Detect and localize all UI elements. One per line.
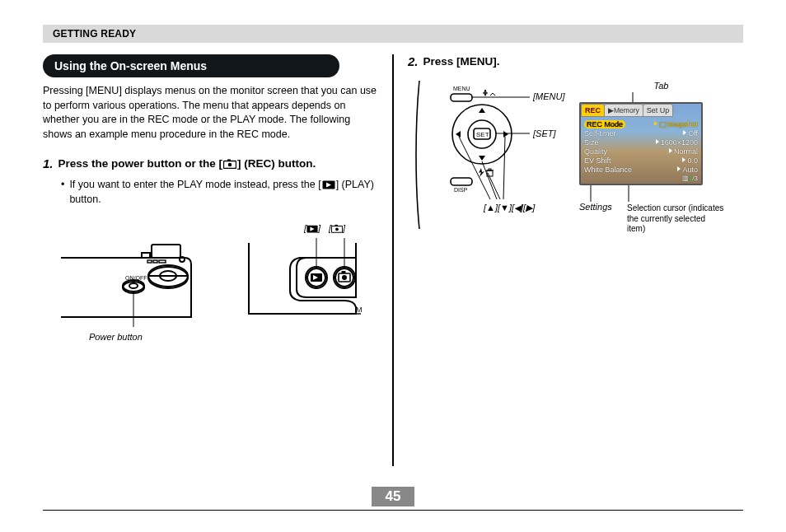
tab-annotation: Tab (579, 81, 743, 91)
svg-point-2 (228, 163, 232, 167)
left-column: Using the On-screen Menus Pressing [MENU… (43, 54, 393, 474)
step-1-number: 1. (43, 156, 54, 171)
svg-marker-45 (479, 108, 485, 113)
svg-point-9 (335, 228, 339, 231)
menu-val: Off (683, 129, 698, 138)
screen-block: Tab REC ▶Memory Set Up REC Mode ▢Snapsho… (579, 81, 743, 235)
tab-setup: Set Up (643, 104, 674, 117)
step-2-text: Press [MENU]. (423, 54, 500, 69)
svg-marker-47 (456, 131, 461, 138)
page-number: 45 (372, 487, 414, 506)
camera-screen: REC ▶Memory Set Up REC Mode ▢Snapshot Se… (579, 102, 703, 185)
column-divider (392, 54, 394, 466)
svg-rect-11 (142, 253, 150, 258)
camera-icon (223, 159, 236, 169)
intro-text: Pressing [MENU] displays menus on the mo… (43, 84, 378, 142)
svg-line-57 (488, 173, 500, 199)
menu-row-selftimer: Self-timer Off (583, 128, 699, 138)
columns: Using the On-screen Menus Pressing [MENU… (43, 54, 743, 474)
menu-key: EV Shift (584, 156, 611, 165)
menu-val: 0.0 (682, 156, 698, 165)
step-1-text-post: ] (REC) button. (237, 157, 316, 170)
svg-rect-1 (227, 160, 231, 162)
menu-row-size: Size 1600×1200 (583, 138, 699, 147)
step-1-text-pre: Press the power button or the [ (58, 157, 223, 170)
svg-rect-51 (489, 169, 491, 170)
step-2-number: 2. (408, 54, 419, 69)
camera-diagram: ON/OFF (61, 235, 366, 332)
bullet-dot: • (61, 178, 64, 207)
menu-key: REC Mode (584, 120, 625, 128)
menu-val: ▢Snapshot (654, 120, 698, 128)
svg-rect-52 (451, 178, 472, 185)
svg-text:MENU: MENU (453, 86, 470, 91)
footer-rule (43, 510, 743, 511)
svg-rect-38 (451, 94, 472, 101)
menu-val: Normal (669, 147, 698, 156)
step-1-bullet-text: If you want to enter the PLAY mode inste… (69, 178, 378, 207)
dpad-figure: MENU SET (408, 81, 573, 229)
header-title: GETTING READY (53, 28, 733, 40)
menu-key: Self-timer (584, 129, 616, 138)
menu-row-quality: Quality Normal (583, 147, 699, 156)
svg-rect-8 (335, 225, 338, 226)
step-1-text: Press the power button or the [] (REC) b… (58, 156, 316, 171)
svg-marker-46 (479, 156, 485, 161)
camera-figure: [] [] (61, 220, 378, 342)
right-column: 2. Press [MENU]. MENU (393, 54, 743, 474)
section-header: GETTING READY (43, 25, 743, 43)
svg-point-19 (180, 257, 185, 262)
menu-key: White Balance (584, 166, 632, 174)
section-title: Using the On-screen Menus (43, 54, 339, 77)
step-1-bullet: • If you want to enter the PLAY mode ins… (61, 178, 378, 207)
svg-rect-10 (152, 245, 180, 258)
camera-icon-label: [] (329, 223, 345, 233)
play-icon-label: [] (304, 223, 320, 233)
step-1: 1. Press the power button or the [] (REC… (43, 156, 378, 171)
menu-row-evshift: EV Shift 0.0 (583, 156, 699, 165)
power-button-label: Power button (89, 332, 378, 342)
svg-line-56 (482, 161, 497, 199)
svg-marker-48 (503, 131, 508, 138)
svg-text:DISP: DISP (454, 187, 468, 193)
svg-point-33 (342, 275, 347, 280)
svg-rect-12 (147, 260, 152, 263)
screen-tabs: REC ▶Memory Set Up (581, 104, 701, 117)
svg-point-15 (148, 267, 188, 288)
bullet-pre: If you want to enter the PLAY mode inste… (69, 179, 320, 190)
menu-row-recmode: REC Mode ▢Snapshot (583, 119, 699, 128)
menu-label: [MENU] (533, 91, 565, 101)
settings-annotation: Settings (579, 202, 620, 212)
arrows-label: [▲][▼][◀][▶] (484, 203, 535, 213)
svg-rect-14 (159, 260, 166, 263)
menu-row-wb: White Balance Auto (583, 165, 699, 174)
set-label: [SET] (533, 128, 556, 138)
play-icon (322, 180, 335, 189)
menu-key: Size (584, 138, 599, 147)
mode-icons-row: [] [] (304, 223, 345, 233)
page-root: GETTING READY Using the On-screen Menus … (0, 0, 786, 532)
page-indicator: ▥1/3 (682, 175, 698, 182)
tab-memory: ▶Memory (605, 104, 643, 117)
tab-rec: REC (581, 104, 605, 117)
svg-text:SET: SET (476, 131, 489, 138)
step-2: 2. Press [MENU]. (408, 54, 743, 69)
menu-val: 1600×1200 (656, 138, 698, 147)
svg-rect-13 (153, 260, 157, 263)
svg-point-23 (129, 283, 138, 288)
svg-rect-32 (342, 271, 346, 273)
page-footer: 45 (43, 487, 743, 511)
svg-line-60 (503, 137, 505, 199)
menu-val: Auto (677, 166, 698, 174)
menu-key: Quality (584, 147, 607, 156)
cursor-annotation: Selection cursor (indicates the currentl… (627, 203, 726, 235)
svg-text:M: M (356, 306, 363, 314)
